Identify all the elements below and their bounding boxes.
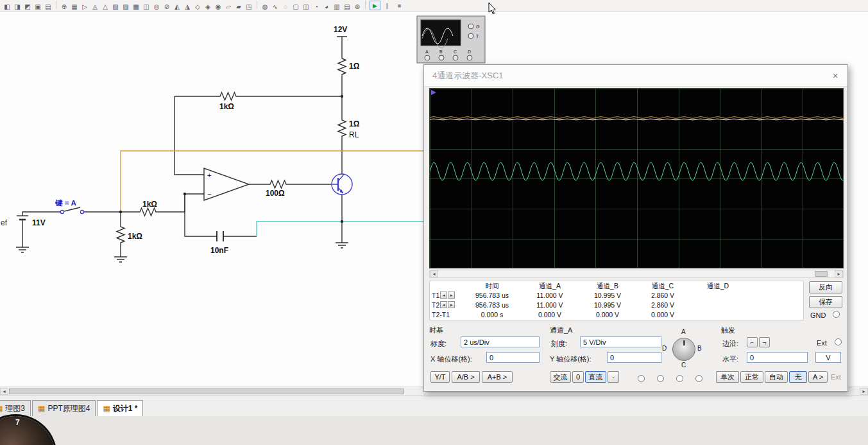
resistor-rl[interactable] [338,118,346,138]
trigger-auto-button[interactable]: 自动 [765,371,788,383]
t1-move-right-button[interactable]: ► [448,292,455,299]
bode-plotter-icon[interactable]: ◔ [311,2,321,12]
ground-symbols[interactable] [16,243,348,262]
resistor-shunt-value: 1kΩ [128,232,142,241]
place-ttl-icon[interactable]: ▧ [110,2,121,12]
t2-move-right-button[interactable]: ► [448,301,455,308]
run-simulation-button[interactable]: ▶ [370,1,380,10]
timebase-scale-input[interactable]: 2 us/Div [461,336,540,347]
opamp[interactable]: + − [204,168,249,200]
oscilloscope-instrument-icon[interactable]: G T A B C D [417,16,485,63]
place-basic-icon[interactable]: ▦ [69,2,80,12]
switch-key-a[interactable] [60,207,83,214]
resistor-input[interactable] [138,208,158,216]
zero-coupling-button[interactable]: 0 [572,371,584,383]
trigger-level-unit-select[interactable]: V [815,352,841,363]
trigger-level-input[interactable]: 0 [747,352,808,363]
settings-gear-icon[interactable]: ⊛ [352,2,362,12]
trigger-single-button[interactable]: 单次 [716,371,739,383]
resistor-feedback[interactable] [218,92,238,100]
t1-move-left-button[interactable]: ◄ [440,292,447,299]
resistor-shunt[interactable] [117,225,124,245]
place-advanced-icon[interactable]: ◮ [182,2,192,12]
place-mixed-icon[interactable]: ◫ [141,2,151,12]
place-misc-digital-icon[interactable]: ▩ [131,2,141,12]
place-mcu-icon[interactable]: ▱ [223,2,234,12]
oscilloscope-title-bar[interactable]: 4通道示波器-XSC1 [424,65,847,87]
tab-design-1[interactable]: ▦ 设计1 * [97,400,143,416]
trigger-ext-radio[interactable] [835,338,842,345]
edge-falling-button[interactable]: ¬ [759,337,770,347]
scope-horizontal-scrollbar[interactable]: ◂ ▸ [429,270,844,278]
four-channel-scope-icon[interactable]: ◫ [301,2,311,12]
zoom-area-icon[interactable]: ◩ [22,2,33,12]
save-button[interactable]: 保存 [809,296,842,308]
close-icon[interactable]: × [830,70,841,82]
channel-c-radio[interactable] [676,375,683,382]
pause-simulation-button[interactable]: ∥ [382,1,393,10]
channel-d-radio[interactable] [695,375,702,382]
a-plus-b-mode-button[interactable]: A+B > [482,371,513,383]
reverse-button[interactable]: 反向 [809,281,842,293]
oscilloscope-window: 4通道示波器-XSC1 × ◂ ▸ 时间 通道_A 通道_B 通道_C 通道_D… [423,64,848,392]
hscroll-left-icon[interactable]: ◂ [0,388,8,395]
tab-sheet-3[interactable]: ▦ 理图3 [0,400,31,416]
place-rf-icon[interactable]: ◇ [192,2,203,12]
gnd-radio[interactable] [833,311,840,318]
yt-mode-button[interactable]: Y/T [430,371,450,383]
scope-channel-a-wire[interactable] [121,151,443,212]
frequency-counter-icon[interactable]: ◕ [321,2,332,12]
place-bus-icon[interactable]: ◳ [244,2,254,12]
ac-coupling-button[interactable]: 交流 [550,371,571,383]
hscroll-thumb[interactable] [9,388,404,394]
tab-sheet-4[interactable]: ▦ PPT原理图4 [32,400,96,416]
place-power-icon[interactable]: ⊘ [162,2,172,12]
circuit-wires[interactable] [22,37,347,257]
scope-scroll-thumb[interactable] [815,271,828,277]
channel-select-knob[interactable] [672,338,695,361]
resistor-r1[interactable] [338,57,346,76]
stop-simulation-button[interactable]: ■ [394,1,405,10]
timebase-xpos-input[interactable]: 0 [486,352,540,363]
channel-b-radio[interactable] [657,375,664,382]
place-cmos-icon[interactable]: ▨ [121,2,131,12]
place-hierarchy-icon[interactable]: ▰ [234,2,244,12]
function-generator-icon[interactable]: ∿ [270,2,280,12]
trigger-a-button[interactable]: A > [808,371,828,383]
multimeter-icon[interactable]: ◍ [260,2,270,12]
dc-coupling-button[interactable]: 直流 [585,371,606,383]
zoom-tool-icon[interactable]: ◨ [12,2,22,12]
zoom-sheet-icon[interactable]: ▤ [43,2,53,12]
place-source-icon[interactable]: ⊕ [59,2,69,12]
trigger-none-button[interactable]: 无 [789,371,807,383]
t2-move-left-button[interactable]: ◄ [440,301,447,308]
resistor-output[interactable] [268,180,288,188]
scroll-right-icon[interactable]: ▸ [835,270,843,277]
logic-analyzer-icon[interactable]: ▤ [342,2,352,12]
battery-vref[interactable] [17,216,28,220]
place-misc-icon[interactable]: ◭ [172,2,182,12]
bjt-transistor[interactable] [332,174,352,195]
place-connector-icon[interactable]: ◉ [213,2,223,12]
channel-a-radio[interactable] [638,375,645,382]
channel-scale-input[interactable]: 5 V/Div [580,336,661,347]
minus-coupling-button[interactable]: - [608,371,619,383]
place-indicator-icon[interactable]: ◎ [151,2,162,12]
trigger-normal-button[interactable]: 正常 [740,371,763,383]
place-diode-icon[interactable]: ▷ [80,2,90,12]
place-analog-icon[interactable]: △ [100,2,110,12]
place-transistor-icon[interactable]: ◬ [90,2,100,12]
place-electromech-icon[interactable]: ◈ [203,2,213,12]
word-generator-icon[interactable]: ▥ [332,2,342,12]
zoom-fit-icon[interactable]: ▣ [33,2,43,12]
capacitor[interactable] [217,231,223,241]
scope-channel-c-wire[interactable] [257,222,443,236]
ab-mode-button[interactable]: A/B > [452,371,480,383]
oscilloscope-icon[interactable]: ▢ [291,2,301,12]
channel-ypos-input[interactable]: 0 [607,352,661,363]
scroll-left-icon[interactable]: ◂ [430,270,438,277]
pan-tool-icon[interactable]: ◧ [2,2,12,12]
edge-rising-button[interactable]: ⌐ [747,337,758,347]
wattmeter-icon[interactable]: ◌ [280,2,291,12]
hscroll-right-icon[interactable]: ▸ [860,388,868,395]
